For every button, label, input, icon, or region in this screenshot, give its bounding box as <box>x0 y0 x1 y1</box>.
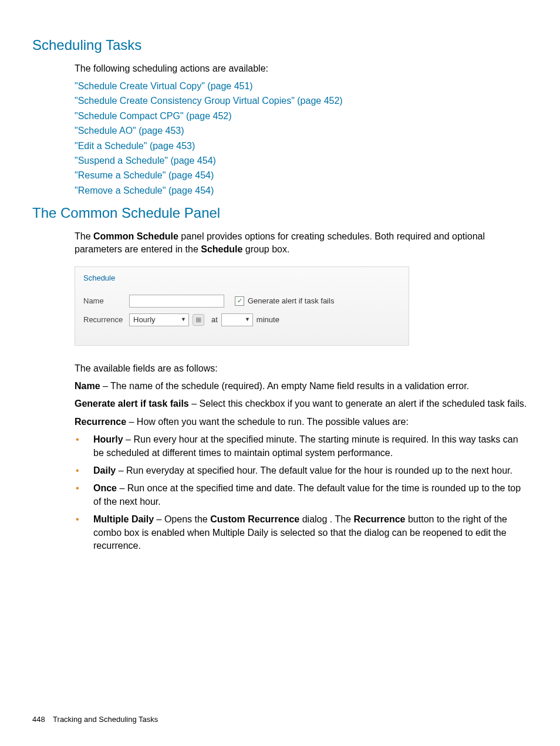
link-create-consistency-group[interactable]: "Schedule Create Consistency Group Virtu… <box>75 96 343 106</box>
link-remove-schedule[interactable]: "Remove a Schedule" (page 454) <box>75 185 214 195</box>
field-name-desc: Name – The name of the schedule (require… <box>75 380 528 393</box>
recurrence-combo[interactable]: Hourly ▼ <box>129 313 189 326</box>
chevron-down-icon: ▼ <box>181 316 186 323</box>
schedule-group-title: Schedule <box>83 273 400 283</box>
bullet-once: Once – Run once at the specified time an… <box>75 482 528 508</box>
link-resume-schedule[interactable]: "Resume a Schedule" (page 454) <box>75 170 214 180</box>
link-suspend-schedule[interactable]: "Suspend a Schedule" (page 454) <box>75 156 216 166</box>
panel-intro-paragraph: The Common Schedule panel provides optio… <box>75 230 528 256</box>
generate-alert-checkbox[interactable]: ✓ <box>235 296 244 306</box>
link-compact-cpg[interactable]: "Schedule Compact CPG" (page 452) <box>75 111 232 121</box>
fields-intro: The available fields are as follows: <box>75 362 528 375</box>
heading-common-schedule-panel: The Common Schedule Panel <box>32 203 528 223</box>
bullet-multiple-daily: Multiple Daily – Opens the Custom Recurr… <box>75 513 528 552</box>
field-alert-desc: Generate alert if task fails – Select th… <box>75 397 528 410</box>
schedule-panel-figure: Schedule Name ✓ Generate alert if task f… <box>75 266 409 345</box>
bullet-daily: Daily – Run everyday at specified hour. … <box>75 464 528 477</box>
bullet-hourly: Hourly – Run every hour at the specified… <box>75 433 528 460</box>
recurrence-label: Recurrence <box>83 315 129 325</box>
at-label: at <box>211 315 218 325</box>
heading-scheduling-tasks: Scheduling Tasks <box>32 35 528 55</box>
name-input[interactable] <box>129 295 224 308</box>
minute-label: minute <box>257 315 279 325</box>
chevron-down-icon: ▼ <box>245 316 250 323</box>
intro-text: The following scheduling actions are ava… <box>75 62 528 75</box>
calendar-icon: ▦ <box>195 315 201 324</box>
field-recurrence-desc: Recurrence – How often you want the sche… <box>75 416 528 428</box>
link-create-virtual-copy[interactable]: "Schedule Create Virtual Copy" (page 451… <box>75 81 253 91</box>
link-edit-schedule[interactable]: "Edit a Schedule" (page 453) <box>75 141 195 151</box>
recurrence-button[interactable]: ▦ <box>193 314 204 326</box>
name-label: Name <box>83 296 129 306</box>
generate-alert-label: Generate alert if task fails <box>248 296 334 306</box>
minute-combo[interactable]: ▼ <box>221 313 253 326</box>
link-schedule-ao[interactable]: "Schedule AO" (page 453) <box>75 126 184 136</box>
